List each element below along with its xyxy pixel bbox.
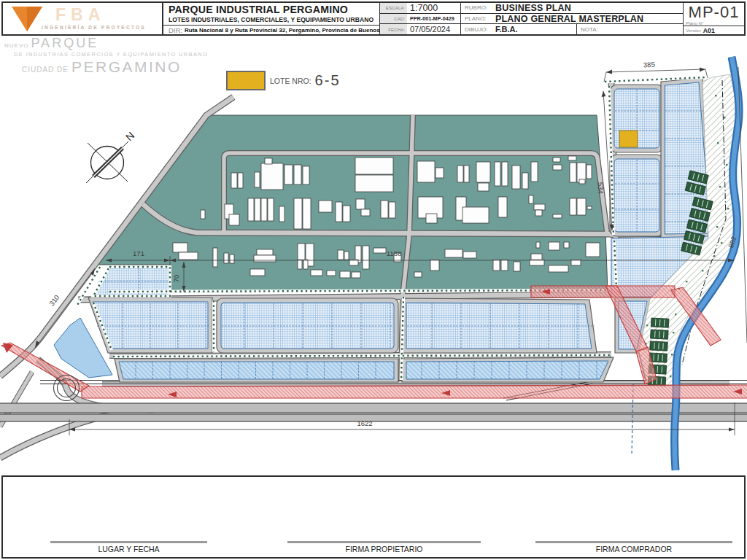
cad-value: PPR-001-MP-0429 [407, 15, 454, 22]
cad-label: CAD: [380, 14, 407, 24]
fba-logo-icon [9, 5, 53, 34]
dibujo-value: F.B.A. [495, 25, 518, 34]
title-block: FBA INGENIERÍA DE PROYECTOS PARQUE INDUS… [1, 1, 746, 36]
stamp-pergamino: PERGAMINO [71, 59, 182, 74]
dim-385: 385 [643, 61, 655, 69]
stamp-nuevo: NUEVO [4, 43, 28, 49]
project-stamp: NUEVOPARQUE DE INDUSTRIAS COMERCIOS Y EQ… [4, 36, 208, 74]
rubro-value: BUSINESS PLAN [495, 3, 571, 13]
project-title: PARQUE INDUSTRIAL PERGAMINO [163, 3, 379, 15]
sheet-number: MP-01 [684, 4, 744, 20]
logo-section: FBA INGENIERÍA DE PROYECTOS [3, 3, 163, 34]
legend-label: LOTE NRO: [270, 77, 311, 85]
dir-label: DIR: [169, 26, 182, 34]
escala-value: 1:7000 [407, 3, 438, 13]
dim-1622: 1622 [357, 419, 372, 427]
north-label: N [123, 130, 136, 144]
plano-label: PLANO: [461, 15, 495, 22]
highway [0, 403, 747, 421]
stamp-ciudad: CIUDAD DE [22, 66, 69, 74]
version-label: Versión [684, 28, 701, 33]
project-title-section: PARQUE INDUSTRIAL PERGAMINO LOTES INDUST… [163, 3, 380, 34]
version-value: A01 [703, 27, 715, 34]
industrial-area [95, 115, 608, 292]
legend-swatch [226, 71, 266, 90]
logo-subtitle: INGENIERÍA DE PROYECTOS [42, 25, 146, 30]
highlighted-lot-6-5 [619, 131, 638, 147]
dim-534: 534 [597, 182, 605, 194]
signature-box: LUGAR Y FECHA FIRMA PROPIETARIO FIRMA CO… [1, 475, 746, 559]
fecha-label: FECHA: [380, 24, 407, 34]
signature-field: FIRMA COMPRADOR [535, 541, 732, 553]
signature-label-comprador: FIRMA COMPRADOR [535, 545, 732, 553]
stamp-line2: DE INDUSTRIAS COMERCIOS Y EQUIPAMIENTO U… [14, 52, 208, 57]
dir-value: Ruta Nacional 8 y Ruta Provincial 32, Pe… [185, 27, 380, 34]
dim-70: 70 [172, 275, 180, 283]
rubro-label: RUBRO: [461, 4, 495, 11]
plan-info-section: RUBRO:BUSINESS PLAN PLANO:PLANO GENERAL … [461, 3, 684, 34]
dim-1188: 1188 [387, 249, 401, 257]
dim-310: 310 [47, 293, 61, 307]
signature-field: LUGAR Y FECHA [50, 541, 207, 553]
stamp-parque: PARQUE [31, 36, 98, 50]
escala-label: ESCALA: [380, 3, 407, 13]
logo-text: FBA [55, 5, 105, 25]
sheet-number-section: MP-01 Plano N° VersiónA01 [684, 3, 744, 34]
legend: LOTE NRO: 6-5 [226, 71, 341, 90]
nota-label: NOTA: [577, 26, 611, 33]
north-arrow: N [86, 130, 136, 183]
sheet-label: Plano N° [684, 20, 744, 26]
fecha-value: 07/05/2024 [407, 25, 450, 34]
plano-value: PLANO GENERAL MASTERPLAN [495, 14, 643, 24]
signature-label-propietario: FIRMA PROPIETARIO [287, 545, 481, 553]
signature-label-lugar: LUGAR Y FECHA [50, 545, 207, 553]
signature-field: FIRMA PROPIETARIO [287, 541, 481, 553]
dibujo-label: DIBUJO: [461, 26, 495, 33]
project-subtitle: LOTES INDUSTRIALES, COMERCIALES, Y EQUIP… [163, 15, 379, 26]
scale-section: ESCALA:1:7000 CAD:PPR-001-MP-0429 FECHA:… [380, 3, 461, 34]
dim-171: 171 [133, 249, 144, 257]
legend-value: 6-5 [315, 72, 341, 89]
